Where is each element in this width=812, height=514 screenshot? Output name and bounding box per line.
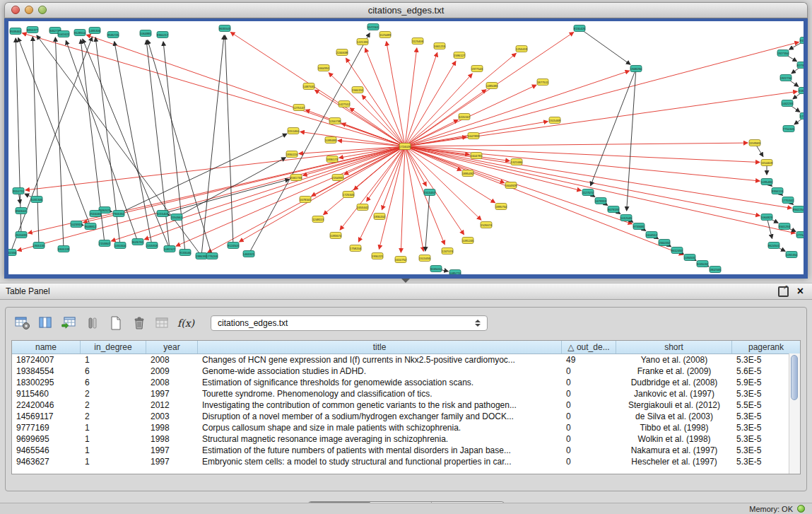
graph-node[interactable]: 8130426: [574, 25, 586, 32]
graph-node[interactable]: 1647893: [468, 133, 480, 139]
network-canvas[interactable]: 1724026112548912213912240638166495114875…: [4, 18, 808, 279]
table-row[interactable]: 1938455462009Genome-wide association stu…: [12, 366, 800, 377]
graph-node[interactable]: 1031346: [31, 197, 43, 203]
column-header-out_degree[interactable]: △ out_de...: [562, 341, 616, 354]
float-panel-icon[interactable]: ↗: [778, 286, 789, 297]
table-row[interactable]: 946362711997Embryonic stem cells: a mode…: [12, 456, 800, 467]
graph-node[interactable]: 1560151: [352, 87, 364, 93]
graph-node[interactable]: 1210334: [800, 113, 804, 119]
table-row[interactable]: 1872400712008Changes of HCN gene express…: [12, 354, 800, 366]
vertical-scrollbar[interactable]: [789, 354, 800, 474]
graph-node[interactable]: 1200738: [329, 118, 341, 124]
graph-node[interactable]: 1150562: [171, 214, 183, 221]
window-titlebar[interactable]: citations_edges.txt: [4, 2, 808, 18]
table-row[interactable]: 1830029562008Estimation of significance …: [12, 377, 800, 388]
graph-node[interactable]: 9539461: [10, 28, 22, 35]
graph-node[interactable]: 1248113: [312, 216, 324, 223]
graph-node[interactable]: 1905133: [33, 243, 45, 249]
graph-node[interactable]: 7905351: [113, 211, 125, 217]
graph-node[interactable]: 9648812: [85, 223, 97, 230]
graph-node[interactable]: 9635543: [219, 25, 231, 32]
graph-node[interactable]: 1610752: [395, 257, 407, 263]
graph-node[interactable]: 1526674: [481, 222, 493, 228]
graph-node[interactable]: 1758204: [350, 245, 362, 252]
graph-node[interactable]: 2205918: [146, 243, 158, 249]
graph-node[interactable]: 1513455: [419, 255, 431, 262]
graph-node[interactable]: 1679919: [595, 198, 607, 204]
graph-node[interactable]: 1513457: [424, 189, 436, 196]
graph-node[interactable]: 1427512: [339, 101, 351, 107]
graph-node[interactable]: 8612453: [671, 247, 683, 254]
graph-node[interactable]: 1253419: [516, 46, 528, 52]
graph-node[interactable]: 9733681: [633, 223, 645, 230]
graph-node[interactable]: 9215403: [157, 211, 169, 217]
delete-table-button[interactable]: [129, 314, 149, 332]
graph-node[interactable]: 1091245: [462, 238, 474, 244]
zoom-window-button[interactable]: [38, 6, 47, 14]
network-canvas-svg[interactable]: 1724026112548912213912240638166495114875…: [8, 21, 804, 274]
graph-node[interactable]: 2204937: [332, 175, 344, 181]
graph-node[interactable]: 1725345: [343, 192, 355, 198]
column-header-year[interactable]: year: [146, 341, 198, 354]
graph-node[interactable]: 9535725: [107, 32, 119, 38]
graph-node[interactable]: 1977543: [471, 66, 483, 72]
graph-node[interactable]: 8855377: [27, 27, 39, 33]
graph-node[interactable]: 1247074: [442, 248, 454, 255]
graph-node[interactable]: 3220167: [459, 114, 471, 120]
graph-node[interactable]: 1159583: [749, 140, 761, 146]
graph-node[interactable]: 1515469: [549, 117, 561, 124]
graph-node[interactable]: 1836173: [326, 156, 339, 163]
graph-node[interactable]: 1948294: [630, 66, 642, 72]
graph-node[interactable]: 2620693: [16, 232, 28, 238]
graph-node[interactable]: 8942254: [793, 206, 804, 213]
table-row[interactable]: 911546021997Tourette syndrome. Phenomeno…: [12, 388, 800, 399]
graph-node[interactable]: 1724026: [399, 144, 411, 150]
graph-node[interactable]: 1802345: [710, 267, 722, 273]
new-document-button[interactable]: [106, 314, 126, 332]
close-panel-icon[interactable]: ×: [797, 286, 804, 296]
graph-node[interactable]: 1930221: [372, 253, 384, 259]
graph-node[interactable]: 1830224: [286, 151, 298, 158]
graph-node[interactable]: 1604512: [646, 232, 658, 238]
table-selector-combo[interactable]: citations_edges.txt: [211, 315, 488, 331]
graph-node[interactable]: 8624501: [768, 243, 780, 249]
graph-node[interactable]: 9245032: [697, 261, 709, 267]
column-header-name[interactable]: name: [12, 341, 81, 354]
graph-node[interactable]: 1095482: [761, 179, 773, 185]
graph-node[interactable]: 1085774: [449, 270, 461, 275]
graph-node[interactable]: 1830202: [374, 214, 386, 220]
graph-node[interactable]: 1776203: [206, 253, 218, 259]
graph-node[interactable]: 9133046: [180, 250, 192, 256]
graph-node[interactable]: 8273544: [797, 62, 804, 69]
column-header-pagerank[interactable]: pagerank: [732, 341, 800, 354]
graph-node[interactable]: 1093674: [330, 233, 342, 239]
column-header-title[interactable]: title: [198, 341, 562, 354]
column-header-in_degree[interactable]: in_degree: [81, 341, 146, 354]
function-builder-button[interactable]: f(x): [176, 314, 196, 332]
graph-node[interactable]: 8943001: [16, 208, 28, 214]
select-columns-button[interactable]: [36, 314, 56, 332]
graph-node[interactable]: 5572301: [367, 24, 379, 30]
graph-node[interactable]: 1125406: [412, 38, 424, 45]
graph-node[interactable]: 1940332: [659, 240, 671, 246]
graph-node[interactable]: 1773405: [796, 232, 804, 238]
graph-node[interactable]: 1485083: [486, 83, 498, 89]
graph-node[interactable]: 1051604: [114, 243, 126, 249]
minimize-window-button[interactable]: [25, 6, 33, 14]
graph-node[interactable]: 9026761: [132, 239, 144, 245]
graph-node[interactable]: 2153847: [99, 240, 111, 247]
table-settings-button[interactable]: [13, 314, 33, 332]
graph-node[interactable]: 1927354: [777, 50, 789, 57]
graph-node[interactable]: 9360217: [157, 32, 169, 38]
graph-node[interactable]: 9061556: [8, 250, 17, 256]
graph-node[interactable]: 1895492: [462, 170, 474, 177]
table-row[interactable]: 1456911722003Disruption of a novel membe…: [12, 411, 800, 422]
graph-node[interactable]: 9110711: [13, 188, 25, 194]
graph-node[interactable]: 1463321: [243, 251, 255, 257]
scrollbar-thumb[interactable]: [791, 355, 798, 400]
table-disabled-button[interactable]: [153, 314, 172, 332]
graph-node[interactable]: 2061733: [290, 175, 302, 181]
table-row[interactable]: 946554611997Estimation of the future num…: [12, 445, 800, 456]
import-table-button[interactable]: [59, 314, 79, 332]
graph-node[interactable]: 8679193: [608, 206, 620, 213]
